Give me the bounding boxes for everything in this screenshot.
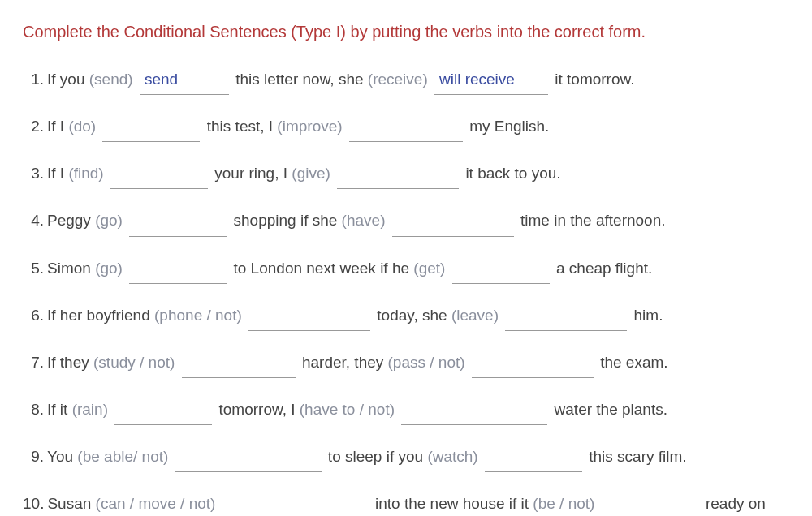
question-number: 3. bbox=[23, 159, 44, 187]
sentence-text: it back to you. bbox=[461, 165, 561, 182]
sentence-text: If her boyfriend bbox=[47, 307, 154, 324]
question-row: 4.Peggy (go) shopping if she (have) time… bbox=[23, 206, 789, 236]
sentence-text bbox=[478, 448, 482, 465]
sentence-text: You bbox=[47, 448, 77, 465]
verb-hint: (find) bbox=[68, 165, 103, 182]
question-number: 9. bbox=[23, 442, 44, 471]
sentence-text: this scary film. bbox=[585, 448, 687, 465]
sentence-text: it tomorrow. bbox=[551, 71, 634, 88]
answer-blank[interactable] bbox=[182, 348, 296, 378]
verb-hint: (give) bbox=[292, 165, 330, 182]
question-row: 1.If you (send) send this letter now, sh… bbox=[23, 65, 789, 95]
sentence-text bbox=[96, 118, 100, 135]
answer-blank[interactable] bbox=[452, 254, 550, 284]
answer-blank[interactable] bbox=[222, 489, 369, 516]
answer-blank[interactable] bbox=[114, 395, 212, 425]
sentence-text: If I bbox=[47, 165, 68, 182]
sentence-text bbox=[343, 118, 347, 135]
answer-blank[interactable] bbox=[175, 442, 322, 472]
sentence-text bbox=[428, 71, 432, 88]
question-number: 2. bbox=[23, 112, 44, 140]
question-row: 5.Simon (go) to London next week if he (… bbox=[23, 254, 789, 284]
answer-blank[interactable] bbox=[110, 159, 208, 189]
answer-blank[interactable]: will receive bbox=[434, 65, 548, 95]
answer-blank[interactable]: send bbox=[140, 65, 229, 95]
sentence-text bbox=[123, 212, 127, 229]
sentence-text: my English. bbox=[465, 118, 549, 135]
sentence-text: the exam. bbox=[596, 354, 668, 371]
sentence-text: If it bbox=[47, 401, 72, 418]
answer-blank[interactable] bbox=[485, 442, 582, 472]
answer-blank[interactable] bbox=[349, 112, 463, 142]
questions-list: 1.If you (send) send this letter now, sh… bbox=[23, 65, 789, 516]
answer-blank[interactable] bbox=[129, 206, 227, 236]
question-row: 3.If I (find) your ring, I (give) it bac… bbox=[23, 159, 789, 189]
answer-blank[interactable] bbox=[102, 112, 200, 142]
sentence-text: your ring, I bbox=[210, 165, 292, 182]
verb-hint: (go) bbox=[95, 260, 123, 277]
sentence-text: today, she bbox=[373, 307, 451, 324]
verb-hint: (have) bbox=[342, 212, 386, 229]
verb-hint: (go) bbox=[95, 212, 123, 229]
verb-hint: (study / not) bbox=[93, 354, 175, 371]
sentence-text: water the plants. bbox=[550, 401, 667, 418]
question-row: 2.If I (do) this test, I (improve) my En… bbox=[23, 112, 789, 142]
question-row: 8.If it (rain) tomorrow, I (have to / no… bbox=[23, 395, 789, 425]
sentence-text bbox=[242, 307, 246, 324]
question-number: 1. bbox=[23, 65, 44, 93]
sentence-text bbox=[123, 260, 127, 277]
answer-blank[interactable] bbox=[472, 348, 594, 378]
verb-hint: (phone / not) bbox=[154, 307, 242, 324]
verb-hint: (rain) bbox=[72, 401, 108, 418]
answer-blank[interactable] bbox=[392, 206, 514, 236]
question-number: 6. bbox=[23, 301, 44, 329]
answer-blank[interactable] bbox=[129, 254, 227, 284]
sentence-text bbox=[133, 71, 137, 88]
sentence-text: shopping if she bbox=[229, 212, 341, 229]
question-row: 7.If they (study / not) harder, they (pa… bbox=[23, 348, 789, 378]
sentence-text: If they bbox=[47, 354, 93, 371]
sentence-text: tomorrow, I bbox=[214, 401, 300, 418]
question-number: 7. bbox=[23, 348, 44, 376]
question-row: 9.You (be able/ not) to sleep if you (wa… bbox=[23, 442, 789, 472]
question-number: 10. bbox=[23, 489, 44, 516]
sentence-text bbox=[215, 495, 219, 512]
verb-hint: (send) bbox=[89, 71, 133, 88]
answer-blank[interactable] bbox=[401, 395, 547, 425]
verb-hint: (do) bbox=[68, 118, 96, 135]
verb-hint: (leave) bbox=[451, 307, 499, 324]
sentence-text bbox=[594, 495, 598, 512]
sentence-text bbox=[385, 212, 389, 229]
question-row: 6.If her boyfriend (phone / not) today, … bbox=[23, 301, 789, 331]
answer-blank[interactable] bbox=[505, 301, 627, 331]
verb-hint: (receive) bbox=[368, 71, 428, 88]
sentence-text: If you bbox=[47, 71, 89, 88]
sentence-text bbox=[168, 448, 172, 465]
sentence-text bbox=[395, 401, 399, 418]
instruction-text: Complete the Conditional Sentences (Type… bbox=[23, 19, 789, 44]
answer-blank[interactable] bbox=[248, 301, 370, 331]
sentence-text: Simon bbox=[47, 260, 95, 277]
question-number: 4. bbox=[23, 206, 44, 234]
sentence-text: If I bbox=[47, 118, 68, 135]
sentence-text bbox=[445, 260, 449, 277]
sentence-text: a cheap flight. bbox=[552, 260, 653, 277]
sentence-text: harder, they bbox=[298, 354, 388, 371]
sentence-text bbox=[104, 165, 108, 182]
sentence-text: to London next week if he bbox=[229, 260, 413, 277]
sentence-text: to sleep if you bbox=[324, 448, 428, 465]
sentence-text bbox=[175, 354, 179, 371]
sentence-text bbox=[499, 307, 503, 324]
verb-hint: (improve) bbox=[277, 118, 342, 135]
sentence-text: this test, I bbox=[202, 118, 277, 135]
sentence-text bbox=[330, 165, 335, 182]
verb-hint: (have to / not) bbox=[300, 401, 395, 418]
answer-blank[interactable] bbox=[337, 159, 459, 189]
sentence-text bbox=[465, 354, 469, 371]
verb-hint: (watch) bbox=[427, 448, 477, 465]
answer-blank[interactable] bbox=[602, 489, 699, 516]
question-row: 10.Susan (can / move / not) into the new… bbox=[23, 489, 789, 516]
verb-hint: (be / not) bbox=[533, 495, 594, 512]
sentence-text: Peggy bbox=[47, 212, 95, 229]
sentence-text: this letter now, she bbox=[231, 71, 368, 88]
